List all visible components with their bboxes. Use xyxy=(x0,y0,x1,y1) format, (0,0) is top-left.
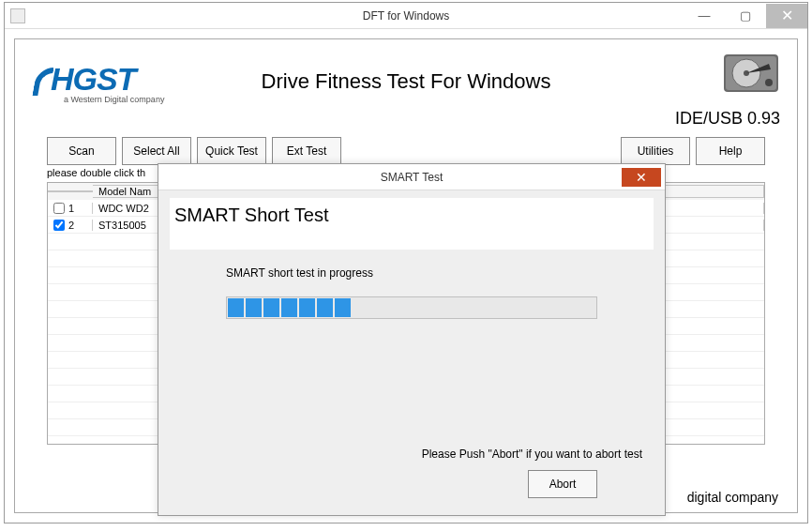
row-checkbox[interactable] xyxy=(53,203,65,214)
scan-button[interactable]: Scan xyxy=(47,137,116,165)
progress-bar xyxy=(226,296,597,319)
title-bar: DFT for Windows — ▢ ✕ xyxy=(5,3,807,29)
progress-segment xyxy=(246,298,262,317)
dialog-title: SMART Test xyxy=(158,171,665,184)
dialog-body: SMART Short Test SMART short test in pro… xyxy=(158,190,665,515)
abort-button[interactable]: Abort xyxy=(528,470,597,498)
help-button[interactable]: Help xyxy=(696,137,765,165)
progress-segment xyxy=(228,298,244,317)
quick-test-button[interactable]: Quick Test xyxy=(197,137,266,165)
toolbar: Scan Select All Quick Test Ext Test Util… xyxy=(47,137,765,165)
minimize-button[interactable]: — xyxy=(684,4,725,28)
smart-test-dialog: SMART Test ✕ SMART Short Test SMART shor… xyxy=(158,163,666,516)
maximize-button[interactable]: ▢ xyxy=(725,4,766,28)
row-index: 2 xyxy=(68,220,74,231)
hard-drive-icon xyxy=(718,45,784,99)
progress-segment xyxy=(335,298,351,317)
dialog-status: SMART short test in progress xyxy=(226,266,654,280)
svg-point-4 xyxy=(765,79,773,86)
window-controls: — ▢ ✕ xyxy=(684,4,807,28)
progress-segment xyxy=(317,298,333,317)
progress-segment xyxy=(281,298,297,317)
logo-subtext: a Western Digital company xyxy=(64,95,164,104)
progress-segment xyxy=(263,298,279,317)
footer-text: digital company xyxy=(687,490,778,505)
close-button[interactable]: ✕ xyxy=(766,4,807,28)
col-checkbox xyxy=(48,190,93,192)
ext-test-button[interactable]: Ext Test xyxy=(272,137,341,165)
header: HGST a Western Digital company Drive Fit… xyxy=(15,39,797,133)
dialog-close-button[interactable]: ✕ xyxy=(622,168,661,187)
app-title: Drive Fitness Test For Windows xyxy=(15,69,797,94)
select-all-button[interactable]: Select All xyxy=(122,137,191,165)
dialog-title-bar: SMART Test ✕ xyxy=(158,164,665,190)
progress-segment xyxy=(299,298,315,317)
dialog-heading: SMART Short Test xyxy=(174,205,649,226)
dialog-hint: Please Push "Abort" if you want to abort… xyxy=(422,448,642,461)
row-index: 1 xyxy=(68,203,74,214)
version-label: IDE/USB 0.93 xyxy=(675,109,780,129)
dialog-heading-box: SMART Short Test xyxy=(170,198,654,250)
row-checkbox[interactable] xyxy=(53,220,65,231)
app-icon xyxy=(10,8,25,23)
utilities-button[interactable]: Utilities xyxy=(621,137,690,165)
